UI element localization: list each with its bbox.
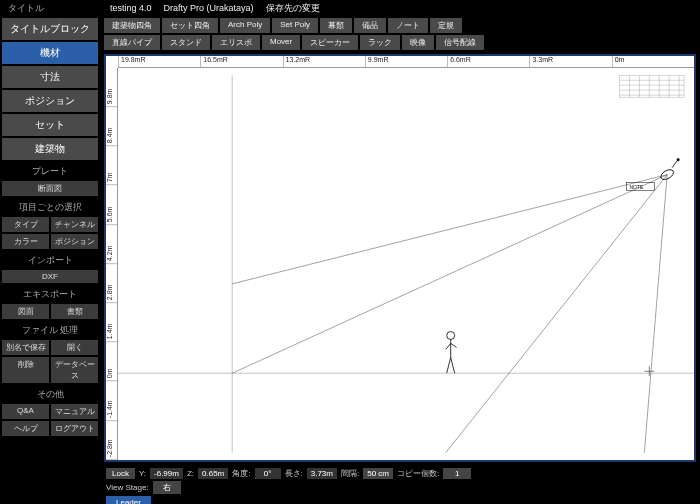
tool-row2-7[interactable]: 信号配線 bbox=[436, 35, 484, 50]
ruler-horizontal: 19.8mR16.5mR13.2mR9.9mR6.6mR3.3mR0m bbox=[118, 56, 694, 68]
doc-name: testing 4.0 bbox=[110, 3, 152, 13]
import-header: インポート bbox=[2, 251, 98, 268]
ruler-h-tick: 3.3mR bbox=[529, 56, 611, 67]
save-location-button[interactable]: 保存先の変更 bbox=[266, 2, 320, 15]
tool-row1-0[interactable]: 建築物四角 bbox=[104, 18, 160, 33]
tool-row2-3[interactable]: Mover bbox=[262, 35, 300, 50]
file-row-1: 削除データベース bbox=[2, 357, 98, 383]
ruler-v-tick: 5.6m bbox=[106, 186, 117, 225]
y-value: -6.99m bbox=[150, 468, 183, 479]
file-row-1-1[interactable]: データベース bbox=[51, 357, 98, 383]
viewstage-label: View Stage: bbox=[106, 483, 149, 492]
svg-point-8 bbox=[677, 158, 680, 161]
tool-row2-2[interactable]: エリスポ bbox=[212, 35, 260, 50]
tool-row1-5[interactable]: 備品 bbox=[354, 18, 386, 33]
sidebar-main-0[interactable]: タイトルブロック bbox=[2, 18, 98, 40]
title-label: タイトル bbox=[8, 2, 98, 15]
ruler-v-tick: 7m bbox=[106, 146, 117, 185]
select-row-0-1[interactable]: チャンネル bbox=[51, 217, 98, 232]
ruler-v-tick: -2.8m bbox=[106, 421, 117, 460]
tool-row1-4[interactable]: 幕類 bbox=[320, 18, 352, 33]
ruler-h-tick: 13.2mR bbox=[283, 56, 365, 67]
ruler-v-tick: 0m bbox=[106, 342, 117, 381]
select-row-0: タイプチャンネル bbox=[2, 217, 98, 232]
status-bar: Lock Y: -6.99m Z: 0.65m 角度: 0° 長さ: 3.73m… bbox=[100, 466, 700, 504]
other-row-0-1[interactable]: マニュアル bbox=[51, 404, 98, 419]
sidebar-main-1[interactable]: 機材 bbox=[2, 42, 98, 64]
sidebar-main-2[interactable]: 寸法 bbox=[2, 66, 98, 88]
file-row-0: 別名で保存開く bbox=[2, 340, 98, 355]
sidebar-main-4[interactable]: セット bbox=[2, 114, 98, 136]
y-label: Y: bbox=[139, 469, 146, 478]
select-row-1-1[interactable]: ポジション bbox=[51, 234, 98, 249]
tool-row1-1[interactable]: セット四角 bbox=[162, 18, 218, 33]
leader-button[interactable]: Leader bbox=[106, 496, 151, 504]
svg-line-3 bbox=[232, 175, 667, 374]
length-label: 長さ: bbox=[285, 468, 303, 479]
length-value: 3.73m bbox=[307, 468, 337, 479]
ruler-h-tick: 16.5mR bbox=[200, 56, 282, 67]
angle-value: 0° bbox=[255, 468, 281, 479]
ruler-vertical: 9.8m8.4m7m5.6m4.2m2.8m1.4m0m-1.4m-2.8m bbox=[106, 68, 118, 460]
sidebar-main-3[interactable]: ポジション bbox=[2, 90, 98, 112]
angle-label: 角度: bbox=[232, 468, 250, 479]
file-row-1-0[interactable]: 削除 bbox=[2, 357, 49, 383]
tool-row1-3[interactable]: Set Poly bbox=[272, 18, 318, 33]
file-row-0-1[interactable]: 開く bbox=[51, 340, 98, 355]
drawing-svg: NOTE bbox=[118, 68, 694, 460]
ruler-v-tick: 2.8m bbox=[106, 264, 117, 303]
ruler-v-tick: 4.2m bbox=[106, 225, 117, 264]
other-row-1-0[interactable]: ヘルプ bbox=[2, 421, 49, 436]
other-row-1: ヘルプログアウト bbox=[2, 421, 98, 436]
import-btn[interactable]: DXF bbox=[2, 270, 98, 283]
plate-btn[interactable]: 断面図 bbox=[2, 181, 98, 196]
ruler-h-tick: 19.8mR bbox=[118, 56, 200, 67]
select-row-0-0[interactable]: タイプ bbox=[2, 217, 49, 232]
svg-line-24 bbox=[451, 343, 457, 347]
z-value: 0.65m bbox=[198, 468, 228, 479]
other-row-0: Q&Aマニュアル bbox=[2, 404, 98, 419]
tool-row1-2[interactable]: Arch Poly bbox=[220, 18, 270, 33]
toolbar-row-1: 建築物四角セット四角Arch PolySet Poly幕類備品ノート定規 bbox=[100, 16, 700, 33]
tool-row2-1[interactable]: スタンド bbox=[162, 35, 210, 50]
ruler-v-tick: 1.4m bbox=[106, 303, 117, 342]
file-row-0-0[interactable]: 別名で保存 bbox=[2, 340, 49, 355]
select-row-1: カラーポジション bbox=[2, 234, 98, 249]
svg-line-7 bbox=[672, 161, 677, 168]
other-row-0-0[interactable]: Q&A bbox=[2, 404, 49, 419]
file-header: ファイル 処理 bbox=[2, 321, 98, 338]
tool-row1-7[interactable]: 定規 bbox=[430, 18, 462, 33]
tool-row1-6[interactable]: ノート bbox=[388, 18, 428, 33]
tool-row2-5[interactable]: ラック bbox=[360, 35, 400, 50]
sidebar: タイトルブロック機材寸法ポジションセット建築物プレート断面図項目ごとの選択タイプ… bbox=[0, 16, 100, 504]
svg-text:NOTE: NOTE bbox=[629, 185, 643, 190]
other-header: その他 bbox=[2, 385, 98, 402]
export-row-0[interactable]: 図面 bbox=[2, 304, 49, 319]
other-row-1-1[interactable]: ログアウト bbox=[51, 421, 98, 436]
ruler-h-tick: 0m bbox=[612, 56, 694, 67]
svg-line-25 bbox=[446, 343, 451, 349]
select-row-1-0[interactable]: カラー bbox=[2, 234, 49, 249]
svg-rect-11 bbox=[620, 75, 685, 97]
interval-input[interactable]: 50 cm bbox=[363, 468, 393, 479]
sidebar-main-5[interactable]: 建築物 bbox=[2, 138, 98, 160]
tool-row2-4[interactable]: スピーカー bbox=[302, 35, 358, 50]
viewstage-select[interactable]: 右 bbox=[153, 481, 181, 494]
app-name: Drafty Pro (Urakataya) bbox=[164, 3, 254, 13]
interval-label: 間隔: bbox=[341, 468, 359, 479]
svg-line-2 bbox=[232, 175, 667, 284]
svg-point-22 bbox=[447, 332, 455, 340]
ruler-v-tick: -1.4m bbox=[106, 382, 117, 421]
svg-line-4 bbox=[446, 175, 667, 453]
tool-row2-6[interactable]: 映像 bbox=[402, 35, 434, 50]
export-row: 図面書類 bbox=[2, 304, 98, 319]
tool-row2-0[interactable]: 直線パイプ bbox=[104, 35, 160, 50]
lock-button[interactable]: Lock bbox=[106, 468, 135, 479]
z-label: Z: bbox=[187, 469, 194, 478]
ruler-h-tick: 9.9mR bbox=[365, 56, 447, 67]
ruler-h-tick: 6.6mR bbox=[447, 56, 529, 67]
copy-input[interactable]: 1 bbox=[443, 468, 471, 479]
select-header: 項目ごとの選択 bbox=[2, 198, 98, 215]
canvas[interactable]: 19.8mR16.5mR13.2mR9.9mR6.6mR3.3mR0m 9.8m… bbox=[104, 54, 696, 462]
export-row-1[interactable]: 書類 bbox=[51, 304, 98, 319]
